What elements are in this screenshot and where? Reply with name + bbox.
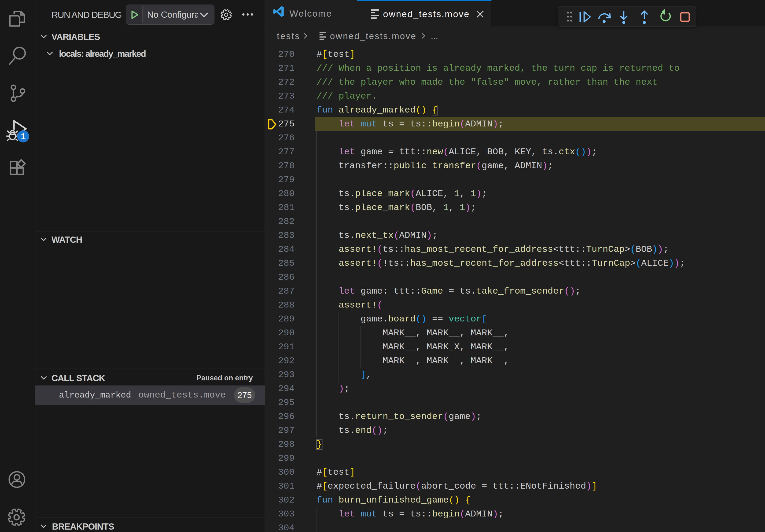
svg-text:1: 1: [21, 132, 25, 141]
